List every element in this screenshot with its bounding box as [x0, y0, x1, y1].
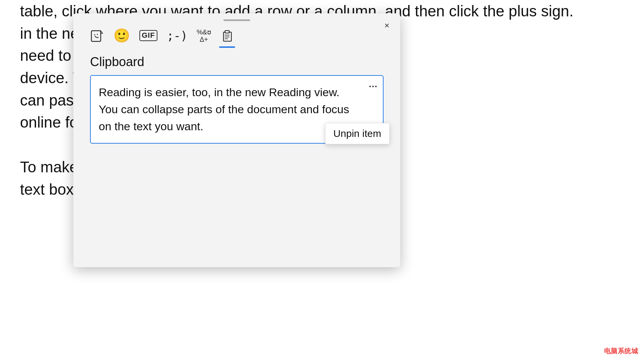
clipboard-icon[interactable]	[220, 29, 234, 42]
symbols-display: %&ʊ Δ+	[197, 28, 211, 43]
gif-label: GIF	[139, 30, 157, 41]
svg-rect-4	[225, 30, 229, 33]
drag-handle[interactable]	[73, 13, 400, 24]
symbols-icon[interactable]: %&ʊ Δ+	[197, 28, 211, 43]
watermark: 电脑系统城	[602, 346, 640, 356]
section-label: Clipboard	[73, 43, 400, 75]
unpin-tooltip: Unpin item	[325, 123, 390, 144]
kaomoji-symbol: ;-)	[167, 29, 187, 42]
svg-point-2	[97, 34, 98, 35]
svg-point-1	[94, 34, 95, 35]
emoji-symbol: 🙂	[113, 28, 130, 43]
pin-area: 📌 ➤ Unpin item	[367, 128, 380, 140]
clipboard-item-card[interactable]: Reading is easier, too, in the new Readi…	[90, 75, 384, 144]
svg-rect-0	[91, 31, 101, 41]
unpin-tooltip-text: Unpin item	[334, 128, 381, 139]
card-more-options-button[interactable]: ···	[369, 81, 378, 92]
drag-handle-bar	[223, 19, 250, 21]
kaomoji-icon[interactable]: ;-)	[167, 29, 187, 42]
clipboard-panel: × 🙂 GIF ;-)	[73, 13, 400, 267]
gif-icon[interactable]: GIF	[139, 30, 157, 41]
toolbar: 🙂 GIF ;-) %&ʊ Δ+	[73, 24, 400, 43]
emoji-icon[interactable]: 🙂	[113, 28, 130, 43]
sticker-icon[interactable]	[90, 29, 104, 43]
